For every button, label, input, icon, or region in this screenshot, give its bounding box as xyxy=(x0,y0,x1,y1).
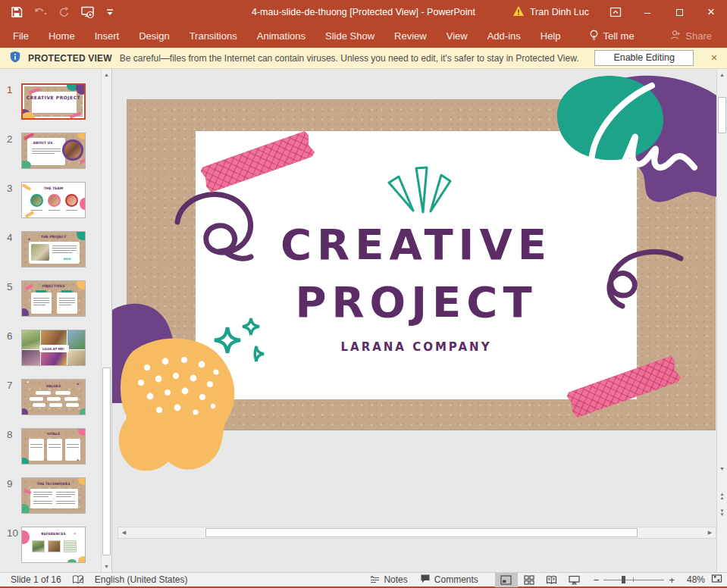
zoom-slider-midpoint xyxy=(633,577,634,582)
scroll-up-icon[interactable]: ▲ xyxy=(102,69,111,80)
notes-icon xyxy=(370,574,380,586)
slide-thumbnail-9[interactable]: THE TECHNIQUES xyxy=(21,477,86,514)
thumb-blob xyxy=(78,133,86,139)
undo-icon[interactable] xyxy=(33,5,48,20)
thumb-line xyxy=(67,444,79,445)
thumbnail-panel-scrollbar[interactable]: ▲ ▼ xyxy=(101,69,111,572)
thumbnail-row-3: 3 THE TEAM xyxy=(5,182,111,218)
slide-title-line2: PROJECT xyxy=(196,274,637,331)
zoom-controls: − + 48% xyxy=(594,574,722,586)
thumb-chip xyxy=(47,397,61,401)
reading-view-button[interactable] xyxy=(541,573,563,587)
share-person-icon xyxy=(670,30,681,42)
tab-review[interactable]: Review xyxy=(384,24,437,48)
slide-thumbnail-10[interactable]: REFERENCES ✦ xyxy=(21,527,86,563)
thumbnail-row-4: 4 THE PROJECT ✿✿✿ ✦ xyxy=(5,231,111,267)
thumb-line xyxy=(33,305,45,305)
language-selector[interactable]: English (United States) xyxy=(89,573,194,587)
repeat-icon[interactable] xyxy=(58,5,71,20)
account-button[interactable]: Tran Dinh Luc xyxy=(512,5,589,19)
zoom-in-button[interactable]: + xyxy=(669,574,675,586)
scroll-up-icon[interactable]: ▲ xyxy=(717,69,727,80)
start-from-beginning-icon[interactable] xyxy=(81,5,96,20)
slide-thumbnail-3[interactable]: THE TEAM xyxy=(21,182,86,218)
customize-qat-icon[interactable] xyxy=(106,5,114,20)
notes-button[interactable]: Notes xyxy=(364,573,413,587)
tab-animations[interactable]: Animations xyxy=(247,24,315,48)
ribbon-tab-bar: File Home Insert Design Transitions Anim… xyxy=(0,24,727,48)
tab-insert[interactable]: Insert xyxy=(85,24,130,48)
thumbnail-row-10: 10 REFERENCES ✦ xyxy=(5,527,111,563)
slide-title-block[interactable]: CREATIVE PROJECT LARANA COMPANY xyxy=(196,216,637,354)
tab-add-ins[interactable]: Add-ins xyxy=(478,24,531,48)
save-icon[interactable] xyxy=(11,5,23,20)
tab-help[interactable]: Help xyxy=(531,24,571,48)
scroll-left-icon[interactable]: ◀ xyxy=(118,527,130,538)
slide-thumbnail-6[interactable]: LOOK AT ME! xyxy=(21,330,86,366)
scroll-down-icon[interactable]: ▼ xyxy=(102,561,111,572)
thumb-title: CREATIVE PROJECT xyxy=(23,95,84,100)
ribbon-display-options-icon[interactable] xyxy=(600,0,631,24)
next-slide-button[interactable]: ▼▼ xyxy=(717,507,727,518)
horizontal-scrollbar[interactable]: ◀ ▶ xyxy=(118,527,716,539)
comments-button[interactable]: Comments xyxy=(414,573,484,587)
thumb-blob xyxy=(21,112,35,120)
tab-transitions[interactable]: Transitions xyxy=(180,24,247,48)
thumb-line xyxy=(59,305,71,305)
tab-design[interactable]: Design xyxy=(129,24,179,48)
slide-sorter-view-button[interactable] xyxy=(518,573,541,587)
zoom-level[interactable]: 48% xyxy=(679,574,705,585)
slide-thumbnail-5[interactable]: OBJECTIVES xyxy=(21,280,86,317)
share-button[interactable]: Share xyxy=(670,30,712,42)
slide-number: 1 xyxy=(5,83,21,120)
scroll-right-icon[interactable]: ▶ xyxy=(704,527,716,538)
tab-view[interactable]: View xyxy=(437,24,478,48)
slide-thumbnail-4[interactable]: THE PROJECT ✿✿✿ ✦ xyxy=(21,231,86,267)
zoom-out-button[interactable]: − xyxy=(594,574,600,586)
slide-number: 3 xyxy=(5,182,21,218)
tab-file[interactable]: File xyxy=(3,24,39,48)
thumb-card xyxy=(57,292,77,314)
scrollbar-thumb[interactable] xyxy=(205,528,638,537)
thumb-line xyxy=(33,298,49,299)
status-bar: Slide 1 of 16 English (United States) No… xyxy=(0,572,727,588)
lightbulb-icon xyxy=(589,30,599,43)
thumbnail-row-2: 2 ABOUT US xyxy=(5,133,111,169)
vertical-scrollbar[interactable]: ▲ ▼ ▲▲ ▼▼ xyxy=(716,69,727,572)
zoom-slider-thumb[interactable] xyxy=(622,576,625,583)
enable-editing-button[interactable]: Enable Editing xyxy=(594,50,694,66)
shield-icon xyxy=(9,51,21,65)
scroll-down-icon[interactable]: ▼ xyxy=(717,463,727,474)
slide-indicator[interactable]: Slide 1 of 16 xyxy=(5,573,67,587)
zoom-slider[interactable] xyxy=(603,575,664,584)
thumb-line xyxy=(30,447,42,448)
tab-home[interactable]: Home xyxy=(39,24,85,48)
slide-thumbnail-2[interactable]: ABOUT US xyxy=(21,133,86,169)
message-bar-close-icon[interactable]: × xyxy=(708,52,720,64)
scrollbar-thumb[interactable] xyxy=(718,97,726,133)
maximize-button[interactable] xyxy=(663,0,695,24)
scrollbar-thumb[interactable] xyxy=(102,368,111,555)
slideshow-icon xyxy=(569,575,580,585)
slide-thumbnail-1[interactable]: CREATIVE PROJECT xyxy=(21,83,86,120)
tab-slide-show[interactable]: Slide Show xyxy=(315,24,384,48)
tell-me-box[interactable]: Tell me xyxy=(581,24,642,48)
proofing-icon[interactable] xyxy=(67,573,89,587)
slide-thumbnail-7[interactable]: VALUES ✦ ✦ xyxy=(21,379,86,415)
normal-view-button[interactable] xyxy=(495,573,518,587)
close-button[interactable]: × xyxy=(695,0,727,24)
zoom-fit-icon[interactable] xyxy=(711,574,722,586)
thumb-chip xyxy=(55,391,71,395)
thumb-photo xyxy=(32,195,42,205)
minimize-button[interactable]: – xyxy=(631,0,663,24)
thumb-accent: ✿✿✿ xyxy=(36,257,86,261)
previous-slide-button[interactable]: ▲▲ xyxy=(717,490,727,502)
thumb-line xyxy=(59,302,75,303)
title-bar: 4-mau-slide-de-thuong [Protected View] -… xyxy=(0,0,727,24)
notes-label: Notes xyxy=(384,574,407,585)
slide-show-button[interactable] xyxy=(563,573,586,587)
language-label: English (United States) xyxy=(95,574,188,585)
slide-title-line1: CREATIVE xyxy=(196,216,637,274)
slide-thumbnail-8[interactable]: GOALS ✦ xyxy=(21,428,86,464)
slide-number: 8 xyxy=(5,428,21,464)
